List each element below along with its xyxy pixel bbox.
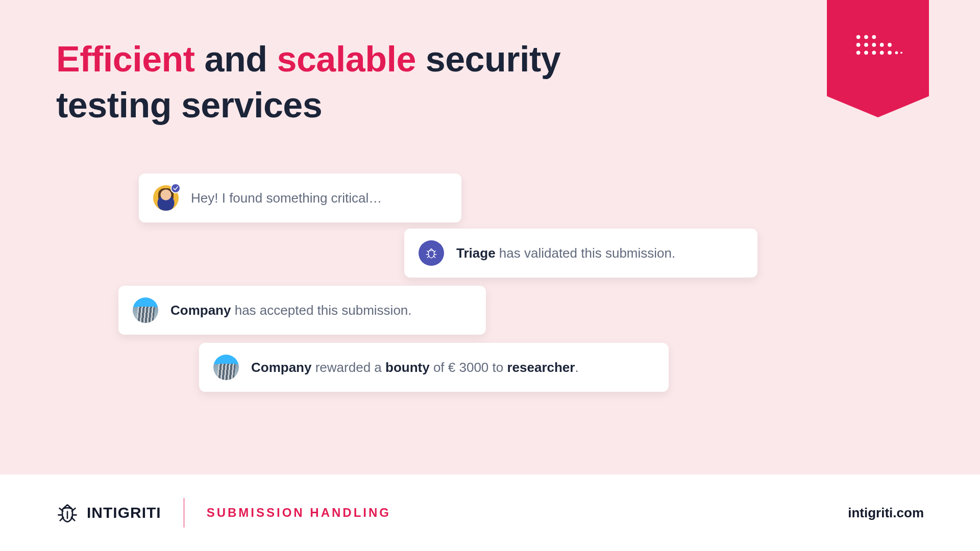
triage-bold: Triage xyxy=(456,245,496,261)
headline-accent-1: Efficient xyxy=(56,39,195,79)
accepted-bold: Company xyxy=(170,303,231,318)
slide: Efficient and scalable security testing … xyxy=(0,0,980,551)
svg-point-11 xyxy=(880,51,884,55)
card-accepted: Company has accepted this submission. xyxy=(118,286,486,335)
svg-point-6 xyxy=(880,43,884,47)
footer-bar: INTIGRITI SUBMISSION HANDLING intigriti.… xyxy=(0,474,980,551)
svg-point-10 xyxy=(872,51,876,55)
svg-point-1 xyxy=(864,35,868,39)
bounty-t1: rewarded a xyxy=(311,360,385,375)
svg-point-7 xyxy=(888,43,892,47)
headline-mid: and xyxy=(195,39,277,79)
footer-site: intigriti.com xyxy=(848,505,924,521)
svg-point-14 xyxy=(900,52,902,54)
bounty-t3: . xyxy=(575,360,578,375)
card-accepted-text: Company has accepted this submission. xyxy=(170,303,412,318)
avatar-triage xyxy=(419,240,444,266)
triage-rest: has validated this submission. xyxy=(496,245,676,261)
brand-block: INTIGRITI xyxy=(56,502,161,524)
flag-ornament xyxy=(827,0,929,117)
card-triage-text: Triage has validated this submission. xyxy=(456,245,675,261)
svg-point-8 xyxy=(856,51,861,55)
bounty-b1: Company xyxy=(251,360,311,375)
card-bounty-text: Company rewarded a bounty of € 3000 to r… xyxy=(251,360,579,375)
avatar-company-2 xyxy=(213,355,239,380)
svg-point-5 xyxy=(872,43,876,47)
card-bounty: Company rewarded a bounty of € 3000 to r… xyxy=(199,343,669,392)
page-title: Efficient and scalable security testing … xyxy=(56,37,560,128)
dots-icon xyxy=(853,32,902,57)
svg-point-0 xyxy=(856,35,861,39)
footer-category: SUBMISSION HANDLING xyxy=(207,506,391,520)
intigriti-bug-icon xyxy=(424,246,438,260)
card-triage: Triage has validated this submission. xyxy=(404,229,757,278)
accepted-rest: has accepted this submission. xyxy=(231,303,411,318)
card-researcher-text: Hey! I found something critical… xyxy=(191,190,382,206)
bounty-b2: bounty xyxy=(385,360,430,375)
bounty-b3: researcher xyxy=(507,360,575,375)
svg-point-12 xyxy=(888,51,892,55)
svg-point-3 xyxy=(856,43,861,47)
bounty-t2: of € 3000 to xyxy=(430,360,507,375)
svg-point-4 xyxy=(864,43,868,47)
avatar-researcher xyxy=(153,185,179,211)
avatar-company xyxy=(133,297,158,323)
brand-name: INTIGRITI xyxy=(87,504,161,521)
svg-point-2 xyxy=(872,35,876,39)
headline-accent-2: scalable xyxy=(277,39,416,79)
svg-point-13 xyxy=(895,51,898,54)
footer-divider xyxy=(184,498,184,528)
svg-point-9 xyxy=(864,51,868,55)
verified-badge-icon xyxy=(170,183,181,193)
card-researcher: Hey! I found something critical… xyxy=(139,173,461,222)
intigriti-logo-icon xyxy=(56,502,79,524)
